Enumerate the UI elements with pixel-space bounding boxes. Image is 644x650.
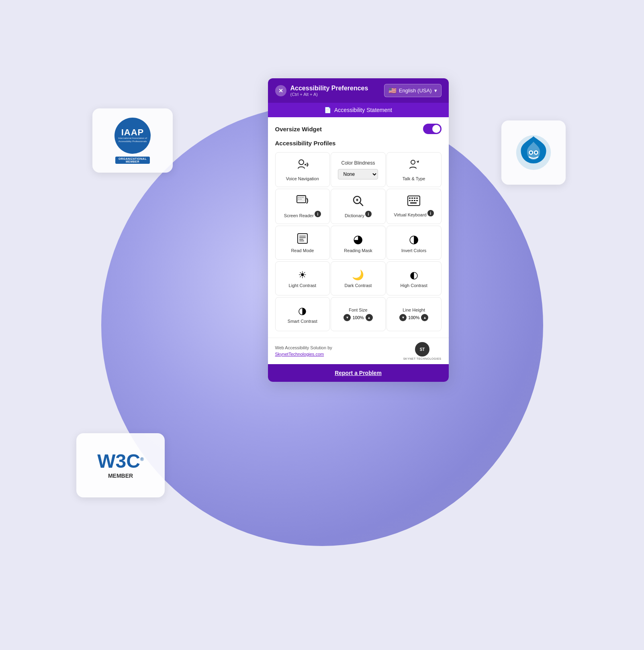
- dictionary-label: Dictionaryi: [345, 211, 372, 218]
- read-mode-cell[interactable]: Read Mode: [275, 226, 330, 260]
- color-blindness-title: Color Blindness: [341, 160, 375, 166]
- language-button[interactable]: 🇺🇸 English (USA) ▾: [384, 84, 442, 97]
- w3c-card: W3C® MEMBER: [76, 433, 165, 497]
- profiles-grid-row5: ◑ Smart Contrast Font Size ▾ 100% ▴ Line…: [275, 297, 442, 331]
- widget-header: ✕ Accessibility Preferences (Ctrl + Alt …: [268, 78, 449, 103]
- virtual-keyboard-cell[interactable]: Virtual Keyboardi: [386, 189, 442, 224]
- voice-navigation-icon: [296, 158, 309, 174]
- svg-rect-28: [416, 200, 418, 201]
- voice-navigation-label: Voice Navigation: [286, 176, 319, 181]
- color-blindness-cell: Color Blindness None Protanopia Deuteran…: [331, 152, 386, 187]
- iaap-title: IAAP: [121, 128, 144, 137]
- profiles-grid-row2: Screen Readeri Dictionaryi: [275, 189, 442, 224]
- svg-rect-14: [298, 199, 300, 200]
- header-title-block: Accessibility Preferences (Ctrl + Alt + …: [290, 85, 368, 97]
- accessibility-statement-bar[interactable]: 📄 Accessibility Statement: [268, 103, 449, 117]
- svg-point-7: [411, 160, 415, 164]
- svg-rect-26: [411, 200, 413, 201]
- close-button[interactable]: ✕: [275, 85, 286, 96]
- dictionary-cell[interactable]: Dictionaryi: [331, 189, 386, 224]
- dark-contrast-label: Dark Contrast: [345, 283, 372, 288]
- invert-colors-label: Invert Colors: [401, 248, 426, 253]
- w3c-logo: W3C®: [97, 452, 144, 471]
- read-mode-label: Read Mode: [291, 248, 314, 253]
- oversize-label: Oversize Widget: [275, 126, 322, 132]
- light-contrast-label: Light Contrast: [289, 283, 316, 288]
- light-contrast-cell[interactable]: ☀ Light Contrast: [275, 261, 330, 295]
- flag-icon: 🇺🇸: [388, 87, 397, 94]
- screen-reader-cell[interactable]: Screen Readeri: [275, 189, 330, 224]
- svg-point-3: [530, 151, 532, 153]
- dictionary-icon: [352, 195, 364, 208]
- iaap-badge: IAAP International Association of Access…: [114, 118, 151, 164]
- talk-type-label: Talk & Type: [403, 176, 425, 181]
- dark-contrast-icon: 🌙: [352, 269, 364, 281]
- font-size-title: Font Size: [349, 308, 367, 312]
- footer-link[interactable]: SkynetTechnologies.com: [275, 352, 324, 357]
- oversize-toggle[interactable]: [423, 124, 442, 134]
- color-blindness-select[interactable]: None Protanopia Deuteranopia Tritanopia: [338, 169, 378, 179]
- virtual-keyboard-icon: [407, 196, 420, 208]
- toggle-knob: [432, 125, 440, 133]
- iaap-subtitle: International Association of Accessibili…: [117, 137, 148, 143]
- svg-rect-23: [414, 198, 415, 199]
- iaap-circle: IAAP International Association of Access…: [114, 118, 151, 154]
- report-problem-button[interactable]: Report a Problem: [268, 364, 449, 382]
- svg-rect-27: [414, 200, 415, 201]
- drupal-icon: [515, 134, 552, 171]
- svg-rect-25: [409, 200, 411, 201]
- svg-rect-13: [302, 197, 304, 198]
- talk-type-icon: [407, 158, 420, 174]
- svg-point-4: [535, 151, 537, 153]
- svg-line-19: [360, 203, 363, 206]
- footer-text-block: Web Accessibility Solution by SkynetTech…: [275, 345, 332, 357]
- chevron-down-icon: ▾: [434, 88, 437, 94]
- line-height-value: 100%: [408, 315, 419, 320]
- widget-footer: Web Accessibility Solution by SkynetTech…: [268, 338, 449, 364]
- reading-mask-cell[interactable]: ◕ Reading Mask: [331, 226, 386, 260]
- statement-icon: 📄: [324, 107, 331, 113]
- header-title-main: Accessibility Preferences: [290, 85, 368, 92]
- virtual-keyboard-label: Virtual Keyboardi: [394, 210, 434, 217]
- line-height-controls: ▾ 100% ▴: [399, 314, 428, 321]
- footer-logo-text: SKYNET TECHNOLOGIES: [403, 357, 442, 360]
- screen-reader-icon: [296, 195, 309, 208]
- smart-contrast-cell[interactable]: ◑ Smart Contrast: [275, 297, 330, 331]
- profiles-grid-row4: ☀ Light Contrast 🌙 Dark Contrast ◐ High …: [275, 261, 442, 295]
- screen-reader-label: Screen Readeri: [284, 211, 321, 218]
- profiles-grid-row1: Voice Navigation Color Blindness None Pr…: [275, 152, 442, 187]
- voice-navigation-cell[interactable]: Voice Navigation: [275, 152, 330, 187]
- header-left: ✕ Accessibility Preferences (Ctrl + Alt …: [275, 85, 368, 97]
- line-height-down-button[interactable]: ▾: [399, 314, 407, 321]
- high-contrast-icon: ◐: [410, 269, 418, 281]
- font-size-value: 100%: [352, 315, 364, 320]
- svg-rect-11: [298, 197, 300, 198]
- line-height-cell: Line Height ▾ 100% ▴: [386, 297, 442, 331]
- svg-point-6: [305, 164, 306, 165]
- iaap-org-label: ORGANIZATIONAL MEMBER: [115, 157, 150, 164]
- profiles-grid-row3: Read Mode ◕ Reading Mask ◑ Invert Colors: [275, 226, 442, 260]
- dark-contrast-cell[interactable]: 🌙 Dark Contrast: [331, 261, 386, 295]
- svg-rect-29: [410, 202, 417, 204]
- svg-rect-21: [409, 198, 411, 199]
- svg-rect-30: [298, 234, 307, 243]
- svg-rect-12: [300, 197, 302, 198]
- reading-mask-label: Reading Mask: [344, 248, 372, 253]
- footer-logo: ST SKYNET TECHNOLOGIES: [403, 342, 442, 360]
- oversize-widget-row: Oversize Widget: [275, 124, 442, 134]
- iaap-card: IAAP International Association of Access…: [92, 108, 173, 173]
- smart-contrast-icon: ◑: [298, 305, 307, 316]
- read-mode-icon: [297, 233, 308, 246]
- font-size-up-button[interactable]: ▴: [366, 314, 373, 321]
- svg-point-8: [417, 161, 417, 162]
- line-height-up-button[interactable]: ▴: [421, 314, 428, 321]
- footer-text-line1: Web Accessibility Solution by: [275, 345, 332, 351]
- font-size-down-button[interactable]: ▾: [343, 314, 351, 321]
- invert-colors-icon: ◑: [409, 232, 419, 246]
- talk-and-type-cell[interactable]: Talk & Type: [386, 152, 442, 187]
- invert-colors-cell[interactable]: ◑ Invert Colors: [386, 226, 442, 260]
- light-contrast-icon: ☀: [298, 269, 307, 281]
- w3c-member-label: MEMBER: [108, 473, 133, 479]
- page-container: IAAP International Association of Access…: [0, 0, 644, 650]
- high-contrast-cell[interactable]: ◐ High Contrast: [386, 261, 442, 295]
